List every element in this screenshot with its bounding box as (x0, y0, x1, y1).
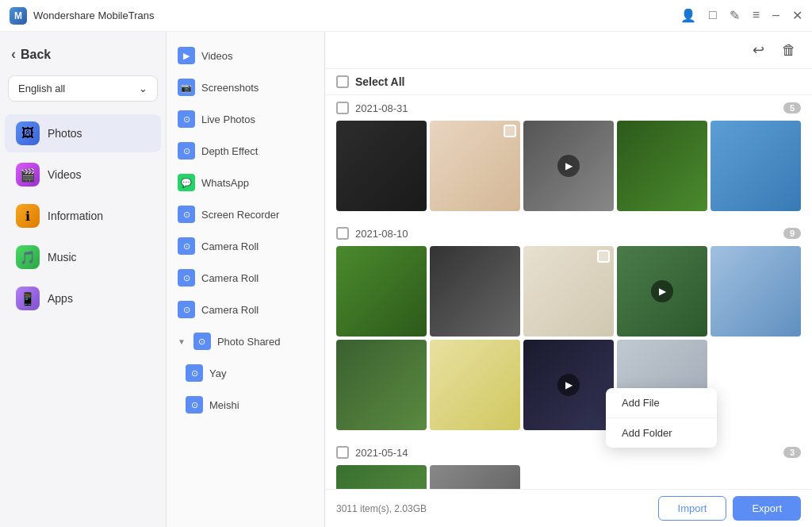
meishi-icon: ⊙ (186, 396, 203, 414)
date-group-2-checkbox[interactable] (336, 227, 349, 240)
photo-cell[interactable] (336, 340, 427, 430)
mid-item-depth-effect[interactable]: ⊙ Depth Effect (167, 135, 324, 167)
minimize-icon[interactable]: – (772, 8, 779, 23)
date-1-text: 2021-08-31 (355, 102, 408, 114)
person-icon[interactable]: 👤 (680, 8, 696, 23)
back-button[interactable]: ‹ Back (0, 40, 166, 69)
photo-cell[interactable]: ▶ (523, 340, 614, 430)
app-icon: M (10, 7, 27, 25)
mid-item-screen-recorder-label: Screen Recorder (201, 209, 279, 221)
toolbar: ↩ 🗑 (325, 32, 812, 69)
sidebar-item-music[interactable]: 🎵 Music (5, 238, 161, 276)
photo-cell[interactable] (430, 121, 520, 211)
sidebar-item-photos[interactable]: 🖼 Photos (5, 114, 161, 152)
edit-icon[interactable]: ✎ (730, 8, 740, 23)
screenshot-folder-icon: 📷 (178, 79, 195, 96)
dropdown-item-add-folder[interactable]: Add Folder (606, 418, 717, 448)
photo-grid-2: ▶ ▶ (336, 246, 801, 430)
photo-cell[interactable] (710, 246, 801, 337)
mid-item-yay-label: Yay (209, 367, 226, 379)
menu-icon[interactable]: ≡ (753, 8, 760, 23)
sidebar-item-music-label: Music (48, 251, 77, 264)
photo-cell[interactable]: ▶ (523, 121, 614, 211)
device-selector-label: English all (18, 83, 65, 94)
undo-button[interactable]: ↩ (748, 38, 769, 62)
sidebar-item-information[interactable]: ℹ Information (5, 197, 161, 235)
sidebar-item-apps[interactable]: 📱 Apps (5, 279, 161, 317)
date-header-2: 2021-08-10 9 (336, 221, 801, 246)
chevron-down-icon: ⌄ (139, 83, 147, 94)
date-header-left-1: 2021-08-31 (336, 102, 408, 114)
photos-icon: 🖼 (16, 121, 40, 145)
photo-cell[interactable]: ▶ (617, 246, 707, 337)
title-bar-left: M Wondershare MobileTrans (10, 7, 154, 25)
close-icon[interactable]: ✕ (792, 8, 802, 23)
camera-roll-1-icon: ⊙ (178, 237, 195, 255)
import-button[interactable]: Import (658, 496, 727, 521)
date-2-count: 9 (783, 228, 801, 239)
export-button[interactable]: Export (733, 496, 801, 521)
camera-roll-2-icon: ⊙ (178, 269, 195, 287)
videos-icon: 🎬 (16, 163, 40, 187)
delete-button[interactable]: 🗑 (777, 38, 801, 62)
yay-icon: ⊙ (186, 364, 203, 382)
app-title: Wondershare MobileTrans (33, 10, 154, 21)
photo-cell[interactable] (523, 246, 614, 337)
select-all-row: Select All (325, 69, 812, 95)
toolbar-right: ↩ 🗑 (748, 38, 801, 62)
photo-grid-1: ▶ (336, 121, 801, 211)
play-icon: ▶ (557, 155, 580, 177)
date-3-count: 3 (783, 447, 801, 458)
date-group-3-checkbox[interactable] (336, 446, 349, 459)
mid-item-screenshots[interactable]: 📷 Screenshots (167, 71, 324, 103)
photo-cell[interactable] (617, 121, 707, 211)
photo-cell[interactable] (710, 121, 801, 211)
mid-item-depth-label: Depth Effect (201, 145, 258, 157)
mid-item-whatsapp[interactable]: 💬 WhatsApp (167, 167, 324, 198)
photo-cell[interactable] (336, 465, 427, 489)
apps-icon: 📱 (16, 287, 40, 310)
photo-grid-3 (336, 465, 801, 489)
mid-item-yay[interactable]: ⊙ Yay (167, 357, 324, 389)
photo-cell[interactable] (430, 340, 520, 430)
title-controls: 👤 □ ✎ ≡ – ✕ (680, 8, 802, 23)
date-group-1-checkbox[interactable] (336, 102, 349, 114)
mid-item-photo-shared-label: Photo Shared (217, 336, 281, 348)
mid-item-live-photos[interactable]: ⊙ Live Photos (167, 103, 324, 135)
video-folder-icon: ▶ (178, 47, 195, 64)
mid-item-camera-roll-3-label: Camera Roll (201, 304, 259, 316)
mid-item-videos[interactable]: ▶ Videos (167, 40, 324, 71)
photo-cell[interactable] (430, 246, 520, 337)
sidebar-item-info-label: Information (48, 210, 103, 222)
device-selector[interactable]: English all ⌄ (8, 75, 158, 102)
mid-item-screen-recorder[interactable]: ⊙ Screen Recorder (167, 198, 324, 230)
dropdown-item-add-file[interactable]: Add File (606, 388, 717, 418)
item-count: 3011 item(s), 2.03GB (336, 503, 427, 514)
play-icon: ▶ (557, 374, 580, 396)
expand-arrow-icon: ▼ (178, 337, 186, 346)
date-header-left-2: 2021-08-10 (336, 227, 408, 240)
photo-cell[interactable] (336, 246, 427, 337)
mid-item-camera-roll-1[interactable]: ⊙ Camera Roll (167, 230, 324, 262)
cell-checkbox[interactable] (504, 125, 516, 137)
music-icon: 🎵 (16, 245, 40, 269)
window-icon[interactable]: □ (709, 8, 717, 23)
mid-item-camera-roll-2-label: Camera Roll (201, 272, 259, 284)
sidebar-item-videos[interactable]: 🎬 Videos (5, 156, 161, 194)
play-icon: ▶ (651, 280, 673, 302)
bottom-buttons: Import Export (658, 496, 801, 521)
photo-cell[interactable] (336, 121, 427, 211)
select-all-checkbox[interactable] (336, 75, 349, 88)
mid-item-camera-roll-2[interactable]: ⊙ Camera Roll (167, 262, 324, 294)
mid-item-photo-shared[interactable]: ▼ ⊙ Photo Shared (167, 325, 324, 357)
mid-item-live-photos-label: Live Photos (201, 113, 255, 125)
back-chevron-icon: ‹ (11, 46, 16, 63)
photo-cell[interactable] (430, 465, 520, 489)
cell-checkbox[interactable] (597, 250, 610, 263)
mid-item-meishi[interactable]: ⊙ Meishi (167, 389, 324, 421)
mid-item-camera-roll-3[interactable]: ⊙ Camera Roll (167, 294, 324, 325)
date-header-1: 2021-08-31 5 (336, 95, 801, 121)
photo-scroll-area[interactable]: 2021-08-31 5 ▶ (325, 95, 812, 489)
date-header-3: 2021-05-14 3 (336, 440, 801, 465)
mid-item-whatsapp-label: WhatsApp (201, 177, 249, 189)
